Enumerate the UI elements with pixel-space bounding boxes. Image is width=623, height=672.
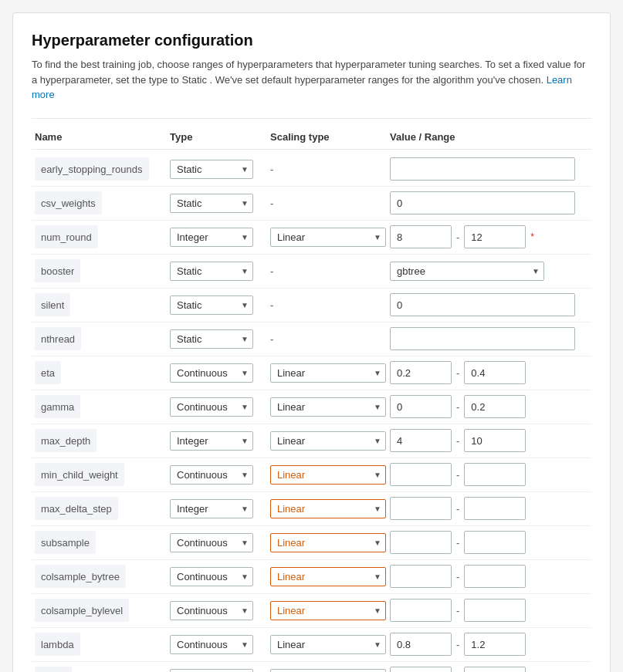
scaling-dash: - — [270, 299, 273, 311]
scaling-dash: - — [270, 164, 273, 175]
name-cell: booster — [32, 259, 167, 282]
scaling-select[interactable]: LinearLogarithmicReverseLogarithmicAuto — [270, 228, 386, 247]
type-select[interactable]: StaticContinuousInteger — [170, 601, 253, 620]
param-name: colsample_bytree — [35, 565, 126, 588]
value-input[interactable] — [390, 191, 575, 214]
type-select[interactable]: StaticContinuousInteger — [170, 465, 253, 485]
range-separator: - — [455, 435, 461, 447]
scaling-cell: LinearLogarithmicReverseLogarithmicAuto▼ — [267, 363, 387, 383]
scaling-dash: - — [270, 198, 273, 209]
scaling-select[interactable]: LinearLogarithmicReverseLogarithmicAuto — [270, 567, 386, 586]
range-min-input[interactable] — [390, 565, 452, 588]
range-max-input[interactable] — [464, 565, 526, 588]
range-min-input[interactable] — [390, 667, 452, 672]
type-cell: StaticContinuousInteger▼ — [167, 567, 267, 586]
range-max-input[interactable] — [464, 429, 526, 452]
scaling-cell: LinearLogarithmicReverseLogarithmicAuto▼ — [267, 567, 387, 586]
range-min-input[interactable] — [390, 463, 452, 486]
name-cell: max_delta_step — [32, 497, 167, 520]
range-min-input[interactable] — [390, 633, 452, 656]
range-max-input[interactable] — [464, 361, 526, 384]
range-max-input[interactable] — [464, 667, 526, 672]
name-cell: colsample_bylevel — [32, 599, 167, 622]
type-select[interactable]: StaticContinuousInteger — [170, 567, 253, 586]
range-min-input[interactable] — [390, 531, 452, 554]
param-name: colsample_bylevel — [35, 599, 129, 622]
range-min-input[interactable] — [390, 225, 452, 248]
name-cell: colsample_bytree — [32, 565, 167, 588]
type-select[interactable]: StaticContinuousInteger — [170, 160, 253, 179]
type-select[interactable]: StaticContinuousInteger — [170, 363, 253, 383]
type-select[interactable]: StaticContinuousInteger — [170, 635, 253, 654]
range-max-input[interactable] — [464, 463, 526, 486]
hyperparameter-config-panel: Hyperparameter configuration To find the… — [12, 12, 611, 672]
range-max-input[interactable] — [464, 497, 526, 520]
scaling-select[interactable]: LinearLogarithmicReverseLogarithmicAuto — [270, 635, 386, 654]
value-range: - — [390, 361, 588, 384]
type-select[interactable]: StaticContinuousInteger — [170, 329, 253, 349]
range-max-input[interactable] — [464, 225, 526, 248]
range-max-input[interactable] — [464, 531, 526, 554]
table-row: min_child_weightStaticContinuousInteger▼… — [32, 458, 591, 492]
value-input[interactable] — [390, 157, 575, 181]
scaling-cell: LinearLogarithmicReverseLogarithmicAuto▼ — [267, 397, 387, 417]
range-separator: - — [455, 605, 461, 616]
value-cell: - — [387, 565, 591, 588]
scaling-select[interactable]: LinearLogarithmicReverseLogarithmicAuto — [270, 397, 386, 417]
type-cell: StaticContinuousInteger▼ — [167, 160, 267, 179]
type-select[interactable]: StaticContinuousInteger — [170, 499, 253, 518]
required-indicator: * — [530, 231, 534, 242]
range-min-input[interactable] — [390, 599, 452, 622]
scaling-cell: - — [267, 265, 387, 277]
param-name: subsample — [35, 531, 96, 554]
table-row: csv_weightsStaticContinuousInteger▼- — [32, 187, 591, 221]
value-range: - — [390, 395, 588, 418]
type-select[interactable]: StaticContinuousInteger — [170, 228, 253, 247]
scaling-select[interactable]: LinearLogarithmicReverseLogarithmicAuto — [270, 363, 386, 383]
name-cell: gamma — [32, 395, 167, 418]
name-cell: max_depth — [32, 429, 167, 452]
scaling-select[interactable]: LinearLogarithmicReverseLogarithmicAuto — [270, 669, 386, 673]
type-select[interactable]: StaticContinuousInteger — [170, 262, 253, 281]
type-select[interactable]: StaticContinuousInteger — [170, 431, 253, 451]
scaling-select[interactable]: LinearLogarithmicReverseLogarithmicAuto — [270, 499, 386, 518]
value-cell — [387, 157, 591, 181]
type-select[interactable]: StaticContinuousInteger — [170, 669, 253, 673]
type-select[interactable]: StaticContinuousInteger — [170, 533, 253, 552]
type-cell: StaticContinuousInteger▼ — [167, 533, 267, 552]
param-name: min_child_weight — [35, 463, 124, 486]
type-select[interactable]: StaticContinuousInteger — [170, 194, 253, 213]
name-cell: nthread — [32, 327, 167, 350]
table-row: nthreadStaticContinuousInteger▼- — [32, 322, 591, 356]
range-min-input[interactable] — [390, 497, 452, 520]
type-cell: StaticContinuousInteger▼ — [167, 601, 267, 620]
scaling-select[interactable]: LinearLogarithmicReverseLogarithmicAuto — [270, 533, 386, 552]
param-name: early_stopping_rounds — [35, 157, 149, 181]
value-cell: - — [387, 667, 591, 672]
range-max-input[interactable] — [464, 395, 526, 418]
range-max-input[interactable] — [464, 633, 526, 656]
range-min-input[interactable] — [390, 429, 452, 452]
scaling-select[interactable]: LinearLogarithmicReverseLogarithmicAuto — [270, 465, 386, 485]
scaling-cell: LinearLogarithmicReverseLogarithmicAuto▼ — [267, 465, 387, 485]
value-input[interactable] — [390, 327, 575, 350]
value-range: - — [390, 667, 588, 672]
value-range: - — [390, 633, 588, 656]
type-select[interactable]: StaticContinuousInteger — [170, 397, 253, 417]
scaling-cell: LinearLogarithmicReverseLogarithmicAuto▼ — [267, 533, 387, 552]
name-cell: lambda — [32, 633, 167, 656]
param-name: lambda — [35, 633, 80, 656]
table-row: gammaStaticContinuousInteger▼LinearLogar… — [32, 390, 591, 424]
value-dropdown[interactable]: gbtreegblineardart — [390, 262, 544, 281]
type-cell: StaticContinuousInteger▼ — [167, 465, 267, 485]
range-min-input[interactable] — [390, 395, 452, 418]
page-title: Hyperparameter configuration — [32, 32, 591, 49]
range-max-input[interactable] — [464, 599, 526, 622]
value-input[interactable] — [390, 293, 575, 316]
scaling-select[interactable]: LinearLogarithmicReverseLogarithmicAuto — [270, 431, 386, 451]
scaling-cell: - — [267, 164, 387, 175]
scaling-cell: - — [267, 198, 387, 209]
range-min-input[interactable] — [390, 361, 452, 384]
scaling-select[interactable]: LinearLogarithmicReverseLogarithmicAuto — [270, 601, 386, 620]
type-select[interactable]: StaticContinuousInteger — [170, 295, 253, 315]
